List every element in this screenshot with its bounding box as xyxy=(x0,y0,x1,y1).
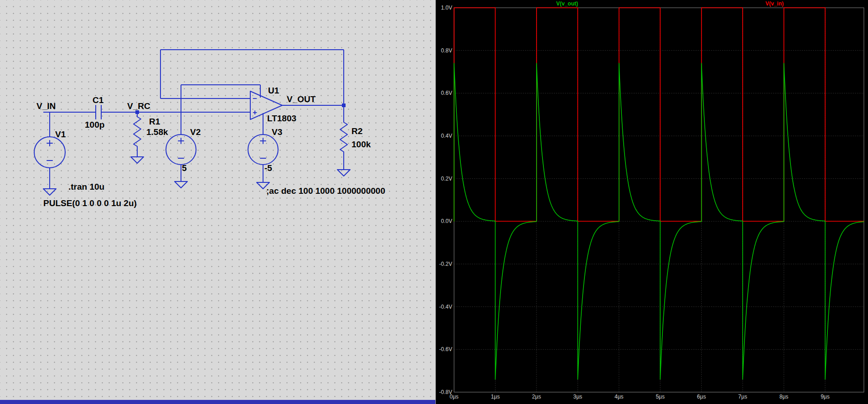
directive-ac-comment[interactable]: ;ac dec 100 1000 1000000000 xyxy=(266,186,385,196)
voltage-source-v2-symbol[interactable] xyxy=(166,135,196,165)
ground-symbol[interactable] xyxy=(43,189,56,195)
plot-grid: 1.0V0.8V0.6V0.4V0.2V0.0V-0.2V-0.4V-0.6V-… xyxy=(439,5,864,400)
x-axis-tick-label: 1µs xyxy=(491,394,500,400)
node-junction[interactable] xyxy=(342,104,346,107)
schematic-canvas: − + V_IN V_RC V_OUT C1 100p R1 1.58k V2 … xyxy=(0,0,435,404)
y-axis-tick-label: 1.0V xyxy=(441,5,452,11)
schematic-pane: − + V_IN V_RC V_OUT C1 100p R1 1.58k V2 … xyxy=(0,0,435,404)
voltage-source-v3-symbol[interactable] xyxy=(248,135,278,165)
y-axis-tick-label: -0.6V xyxy=(439,346,452,352)
opamp-noninverting-input-mark: + xyxy=(253,108,257,117)
v3-value-label[interactable]: -5 xyxy=(264,163,272,173)
x-axis-tick-label: 5µs xyxy=(656,394,665,400)
x-axis-tick-label: 3µs xyxy=(574,394,583,400)
x-axis-tick-label: 7µs xyxy=(738,394,747,400)
y-axis-tick-label: -0.2V xyxy=(439,261,452,267)
x-axis-tick-label: 9µs xyxy=(821,394,830,400)
y-axis-tick-label: -0.4V xyxy=(439,304,452,310)
x-axis-tick-label: 6µs xyxy=(697,394,706,400)
c1-name-label[interactable]: C1 xyxy=(93,95,104,105)
ltspice-window: − + V_IN V_RC V_OUT C1 100p R1 1.58k V2 … xyxy=(0,0,868,404)
u1-part-label[interactable]: LT1803 xyxy=(267,114,296,123)
waveform-plot: 1.0V0.8V0.6V0.4V0.2V0.0V-0.2V-0.4V-0.6V-… xyxy=(436,0,868,404)
r1-name-label[interactable]: R1 xyxy=(149,117,160,126)
trace-v-v-in-[interactable] xyxy=(454,8,864,221)
horizontal-scrollbar[interactable] xyxy=(0,400,435,404)
y-axis-tick-label: 0.4V xyxy=(441,133,452,139)
y-axis-tick-label: 0.6V xyxy=(441,90,452,96)
resistor-r1-symbol[interactable] xyxy=(134,112,141,157)
waveform-pane: V(v_out) V(v_in) 1.0V0.8V0.6V0.4V0.2V0.0… xyxy=(436,0,868,404)
legend-trace-vout[interactable]: V(v_out) xyxy=(556,0,578,7)
node-junction[interactable] xyxy=(135,110,139,114)
x-axis-tick-label: 8µs xyxy=(780,394,789,400)
net-label-v-in[interactable]: V_IN xyxy=(36,101,56,111)
x-axis-tick-label: 0µs xyxy=(450,394,459,400)
x-axis-tick-label: 2µs xyxy=(532,394,541,400)
directive-tran[interactable]: .tran 10u xyxy=(68,182,104,192)
voltage-source-v1-symbol[interactable] xyxy=(34,137,65,168)
resistor-r2-symbol[interactable] xyxy=(340,105,347,170)
v2-name-label[interactable]: V2 xyxy=(190,127,201,137)
x-axis-tick-label: 4µs xyxy=(615,394,624,400)
r2-name-label[interactable]: R2 xyxy=(351,126,362,136)
opamp-inverting-input-mark: − xyxy=(253,94,257,103)
v3-name-label[interactable]: V3 xyxy=(272,127,282,137)
v2-value-label[interactable]: 5 xyxy=(182,163,187,173)
ground-symbol[interactable] xyxy=(131,157,144,163)
c1-value-label[interactable]: 100p xyxy=(85,120,104,129)
r2-value-label[interactable]: 100k xyxy=(351,140,371,149)
u1-name-label[interactable]: U1 xyxy=(268,86,279,95)
y-axis-tick-label: 0.2V xyxy=(441,176,452,182)
v1-value-label[interactable]: PULSE(0 1 0 0 0 1u 2u) xyxy=(43,198,137,208)
legend-trace-vin[interactable]: V(v_in) xyxy=(765,0,784,7)
y-axis-tick-label: 0.0V xyxy=(441,218,452,224)
y-axis-tick-label: 0.8V xyxy=(441,47,452,54)
r1-value-label[interactable]: 1.58k xyxy=(146,127,168,137)
ground-symbol[interactable] xyxy=(337,170,350,176)
net-label-v-out[interactable]: V_OUT xyxy=(287,94,316,104)
plot-border xyxy=(454,8,864,392)
v1-name-label[interactable]: V1 xyxy=(55,129,66,139)
wires[interactable] xyxy=(43,50,344,189)
net-label-v-rc[interactable]: V_RC xyxy=(127,101,150,111)
ground-symbol[interactable] xyxy=(175,181,187,188)
capacitor-c1-symbol[interactable] xyxy=(96,105,101,119)
